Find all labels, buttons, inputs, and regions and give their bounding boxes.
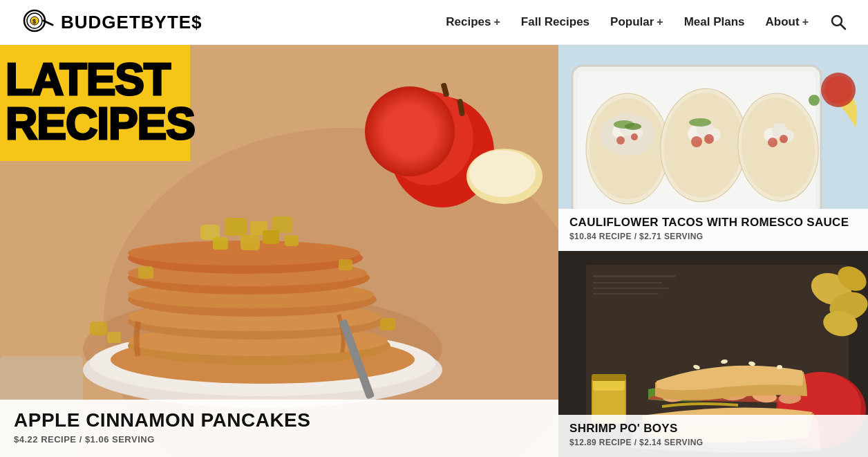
svg-rect-77	[593, 282, 662, 283]
svg-rect-39	[90, 321, 107, 335]
latest-recipes-line2: RECIPES	[6, 102, 175, 146]
svg-rect-34	[263, 230, 279, 244]
svg-rect-35	[285, 235, 299, 246]
nav-label-about: About	[766, 15, 800, 29]
svg-rect-40	[107, 332, 121, 343]
svg-rect-41	[380, 318, 395, 330]
hero-recipe-price: $4.22 RECIPE / $1.06 SERVING	[14, 434, 545, 445]
svg-point-62	[704, 134, 714, 144]
latest-recipes-line1: LATEST	[6, 57, 175, 102]
shrimp-po-boys-price: $12.89 RECIPE / $2.14 SERVING	[569, 438, 857, 447]
svg-point-69	[768, 138, 777, 147]
svg-text:$: $	[32, 18, 36, 25]
logo-text: BUDGETBYTE$	[61, 12, 202, 33]
latest-recipes-badge: LATEST RECIPES	[0, 45, 190, 161]
cauliflower-tacos-title: CAULIFLOWER TACOS WITH ROMESCO SAUCE	[569, 216, 857, 230]
svg-point-73	[824, 76, 852, 104]
nav-plus-popular: +	[657, 16, 663, 28]
nav-item-popular[interactable]: Popular +	[610, 15, 663, 29]
shrimp-po-boys-caption: SHRIMP PO' BOYS $12.89 RECIPE / $2.14 SE…	[558, 415, 868, 457]
svg-rect-79	[593, 293, 659, 295]
site-logo[interactable]: $ BUDGETBYTE$	[21, 6, 202, 39]
nav-label-popular: Popular	[610, 15, 654, 29]
svg-point-70	[780, 135, 788, 143]
svg-point-63	[689, 118, 711, 127]
shrimp-po-boys-card[interactable]: SHRIMP PO' BOYS $12.89 RECIPE / $2.14 SE…	[558, 251, 868, 457]
nav-label-recipes: Recipes	[446, 15, 491, 29]
nav-plus-about: +	[802, 16, 809, 28]
svg-point-13	[469, 150, 536, 197]
main-content: LATEST RECIPES APPLE CINNAMON PANCAKES $…	[0, 45, 868, 457]
svg-rect-37	[339, 259, 352, 270]
search-button[interactable]	[829, 13, 847, 31]
svg-rect-36	[138, 266, 153, 279]
recipe-cards-column: CAULIFLOWER TACOS WITH ROMESCO SAUCE $10…	[558, 45, 868, 457]
nav-label-fall: Fall Recipes	[521, 15, 589, 29]
svg-point-52	[616, 136, 625, 144]
main-nav: Recipes + Fall Recipes Popular + Meal Pl…	[446, 13, 847, 31]
nav-plus-recipes: +	[493, 16, 500, 28]
hero-caption: APPLE CINNAMON PANCAKES $4.22 RECIPE / $…	[0, 400, 558, 457]
cauliflower-tacos-price: $10.84 RECIPE / $2.71 SERVING	[569, 232, 857, 241]
svg-point-53	[631, 133, 638, 140]
hero-article[interactable]: LATEST RECIPES APPLE CINNAMON PANCAKES $…	[0, 45, 558, 457]
logo-icon: $	[21, 6, 54, 39]
svg-rect-89	[592, 374, 626, 381]
cauliflower-tacos-caption: CAULIFLOWER TACOS WITH ROMESCO SAUCE $10…	[558, 209, 868, 251]
nav-item-recipes[interactable]: Recipes +	[446, 15, 500, 29]
nav-item-meal-plans[interactable]: Meal Plans	[684, 15, 745, 29]
search-icon	[829, 13, 847, 31]
nav-label-meal-plans: Meal Plans	[684, 15, 745, 29]
svg-line-6	[841, 25, 846, 30]
site-header: $ BUDGETBYTE$ Recipes + Fall Recipes Pop…	[0, 0, 868, 45]
shrimp-po-boys-title: SHRIMP PO' BOYS	[569, 422, 857, 436]
hero-recipe-title: APPLE CINNAMON PANCAKES	[14, 409, 545, 431]
svg-rect-29	[225, 218, 247, 236]
svg-rect-76	[593, 275, 676, 277]
svg-point-55	[625, 123, 641, 130]
svg-rect-78	[593, 288, 669, 289]
cauliflower-tacos-card[interactable]: CAULIFLOWER TACOS WITH ROMESCO SAUCE $10…	[558, 45, 868, 251]
svg-rect-33	[240, 235, 260, 250]
svg-rect-32	[213, 237, 228, 250]
svg-point-71	[809, 95, 820, 106]
nav-item-fall-recipes[interactable]: Fall Recipes	[521, 15, 589, 29]
svg-point-61	[691, 136, 702, 147]
nav-item-about[interactable]: About +	[766, 15, 809, 29]
